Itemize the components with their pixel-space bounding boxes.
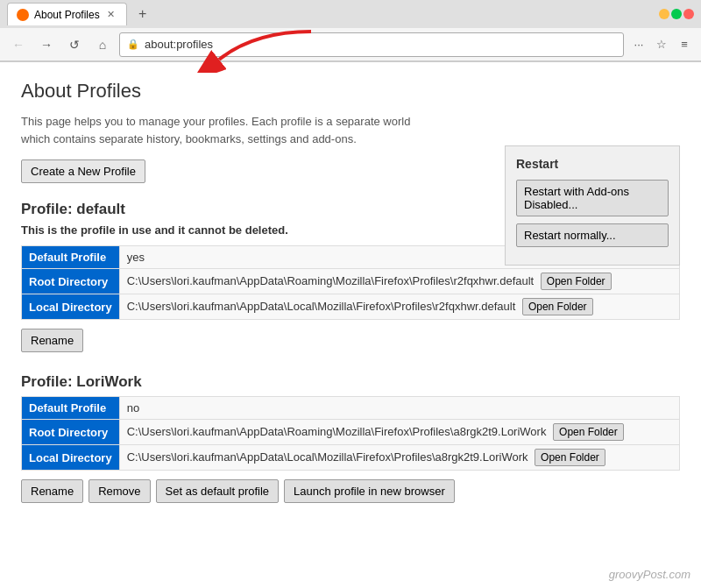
table-row: Local Directory C:\Users\lori.kaufman\Ap… (22, 445, 680, 471)
restart-box: Restart Restart with Add-ons Disabled...… (505, 145, 680, 266)
default-profile-label: Default Profile (22, 246, 120, 269)
tab-close-btn[interactable]: ✕ (105, 9, 117, 21)
local-directory-label2: Local Directory (22, 445, 120, 471)
reload-button[interactable]: ↺ (63, 33, 86, 56)
home-button[interactable]: ⌂ (91, 33, 114, 56)
address-text: about:profiles (145, 38, 616, 51)
rename-default-button[interactable]: Rename (21, 329, 83, 352)
close-button[interactable]: ✕ (683, 9, 694, 19)
local-directory-value: C:\Users\lori.kaufman\AppData\Local\Mozi… (119, 294, 679, 320)
new-tab-button[interactable]: + (132, 4, 153, 25)
root-directory-value: C:\Users\lori.kaufman\AppData\Roaming\Mo… (119, 269, 679, 294)
default-profile-value2: no (119, 397, 679, 420)
root-directory-label: Root Directory (22, 269, 120, 294)
restart-normally-button[interactable]: Restart normally... (516, 223, 669, 247)
profile-loriwork-actions: Rename Remove Set as default profile Lau… (21, 479, 680, 503)
root-open-folder-button[interactable]: Open Folder (541, 273, 612, 290)
local-open-folder-button2[interactable]: Open Folder (535, 449, 605, 466)
profile-loriwork-title: Profile: LoriWork (21, 373, 680, 391)
address-bar[interactable]: 🔒 about:profiles (119, 32, 624, 57)
remove-loriwork-button[interactable]: Remove (89, 479, 150, 503)
local-directory-label: Local Directory (22, 294, 120, 320)
page-content: Restart Restart with Add-ons Disabled...… (0, 62, 701, 588)
profile-loriwork-table: Default Profile no Root Directory C:\Use… (21, 396, 680, 471)
maximize-button[interactable]: □ (671, 9, 682, 19)
tab-favicon (17, 9, 29, 21)
browser-tab[interactable]: About Profiles ✕ (7, 3, 127, 25)
minimize-button[interactable]: − (659, 9, 669, 19)
restart-addons-button[interactable]: Restart with Add-ons Disabled... (516, 180, 669, 216)
default-profile-label2: Default Profile (22, 397, 120, 420)
root-open-folder-button2[interactable]: Open Folder (553, 423, 624, 441)
tab-title: About Profiles (34, 9, 100, 21)
table-row: Root Directory C:\Users\lori.kaufman\App… (22, 269, 680, 294)
local-open-folder-button[interactable]: Open Folder (522, 298, 593, 315)
profile-default-actions: Rename (21, 329, 680, 352)
rename-loriwork-button[interactable]: Rename (21, 479, 83, 503)
address-bar-icon: 🔒 (127, 39, 139, 50)
menu-button[interactable]: ≡ (675, 35, 694, 54)
back-button[interactable]: ← (7, 33, 30, 56)
table-row: Default Profile no (22, 397, 680, 420)
table-row: Local Directory C:\Users\lori.kaufman\Ap… (22, 294, 680, 320)
forward-button[interactable]: → (35, 33, 58, 56)
watermark: groovyPost.com (609, 568, 690, 581)
create-profile-button[interactable]: Create a New Profile (21, 159, 145, 183)
page-description: This page helps you to manage your profi… (21, 113, 442, 147)
local-directory-value2: C:\Users\lori.kaufman\AppData\Local\Mozi… (119, 445, 679, 471)
page-title: About Profiles (21, 80, 680, 103)
table-row: Root Directory C:\Users\lori.kaufman\App… (22, 420, 680, 445)
root-directory-label2: Root Directory (22, 420, 120, 445)
root-directory-value2: C:\Users\lori.kaufman\AppData\Roaming\Mo… (119, 420, 679, 445)
browser-toolbar: ← → ↺ ⌂ 🔒 about:profiles ··· ☆ ≡ (0, 28, 701, 61)
profile-section-loriwork: Profile: LoriWork Default Profile no Roo… (21, 373, 680, 503)
restart-title: Restart (516, 157, 669, 171)
set-default-button[interactable]: Set as default profile (156, 479, 280, 503)
more-tools-button[interactable]: ··· (629, 35, 648, 54)
launch-profile-button[interactable]: Launch profile in new browser (284, 479, 455, 503)
bookmark-button[interactable]: ☆ (652, 35, 671, 54)
